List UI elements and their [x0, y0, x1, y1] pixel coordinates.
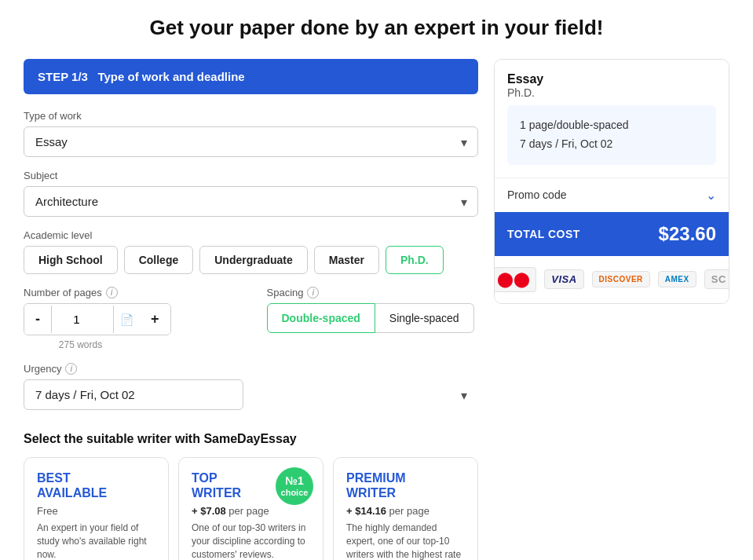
academic-level-buttons: High School College Undergraduate Master…	[24, 246, 478, 274]
spacing-group: Spacing i Double-spaced Single-spaced	[267, 287, 479, 333]
spacing-buttons: Double-spaced Single-spaced	[267, 303, 479, 333]
mastercard-icon: ⬤⬤	[494, 267, 536, 292]
type-of-work-select[interactable]: Essay Research Paper Coursework Disserta…	[24, 126, 478, 157]
promo-chevron-icon: ⌄	[706, 188, 716, 203]
pages-control: - 📄 +	[24, 303, 171, 335]
academic-btn-high-school[interactable]: High School	[24, 246, 118, 274]
total-cost-value: $23.60	[659, 223, 716, 245]
pages-decrement-button[interactable]: -	[24, 304, 51, 335]
no1-text: №1	[285, 474, 303, 488]
pages-doc-icon: 📄	[114, 309, 140, 331]
urgency-label: Urgency	[24, 363, 61, 375]
type-of-work-label: Type of work	[24, 110, 478, 122]
urgency-select[interactable]: 7 days / Fri, Oct 02 5 days 3 days 48 ho…	[24, 379, 243, 410]
academic-btn-undergraduate[interactable]: Undergraduate	[199, 246, 308, 274]
step-header: STEP 1/3 Type of work and deadline	[24, 59, 478, 94]
total-cost-label: TOTAL COST	[507, 228, 580, 240]
type-of-work-group: Type of work Essay Research Paper Course…	[24, 110, 478, 157]
no1-badge: №1 choice	[276, 467, 313, 505]
right-panel: Essay Ph.D. 1 page/double-spaced 7 days …	[494, 59, 729, 304]
best-available-desc: An expert in your field of study who's a…	[37, 522, 155, 560]
subject-label: Subject	[24, 170, 478, 181]
academic-btn-college[interactable]: College	[124, 246, 194, 274]
summary-details: 1 page/double-spaced 7 days / Fri, Oct 0…	[507, 105, 716, 165]
summary-pages: 1 page/double-spaced	[520, 116, 704, 135]
premium-writer-title: PREMIUMWRITER	[346, 470, 465, 500]
spacing-btn-single[interactable]: Single-spaced	[375, 303, 474, 333]
writer-cards: BESTAVAILABLE Free An expert in your fie…	[24, 457, 478, 560]
discover-icon: DISCOVER	[592, 271, 650, 287]
summary-card: Essay Ph.D. 1 page/double-spaced 7 days …	[494, 59, 729, 304]
pages-label-row: Number of pages i	[24, 287, 236, 298]
urgency-group: Urgency i 7 days / Fri, Oct 02 5 days 3 …	[24, 363, 478, 410]
writer-card-premium-writer[interactable]: PREMIUMWRITER + $14.16 per page The high…	[333, 457, 478, 560]
top-writer-price: + $7.08 per page	[192, 505, 310, 517]
best-available-price: Free	[37, 505, 155, 517]
academic-level-label: Academic level	[24, 229, 478, 241]
top-writer-desc: One of our top-30 writers in your discip…	[192, 522, 310, 560]
urgency-info-icon: i	[65, 363, 77, 375]
pages-spacing-row: Number of pages i - 📄 + 275 words Spacin…	[24, 287, 478, 350]
academic-level-group: Academic level High School College Under…	[24, 229, 478, 274]
step-description: Type of work and deadline	[97, 70, 244, 83]
academic-btn-master[interactable]: Master	[314, 246, 379, 274]
payment-icons-row: ⬤⬤ VISA DISCOVER AMEX SC	[495, 256, 729, 303]
promo-row[interactable]: Promo code ⌄	[495, 178, 729, 212]
spacing-label-row: Spacing i	[267, 287, 479, 298]
total-cost-bar: TOTAL COST $23.60	[495, 212, 729, 256]
visa-icon: VISA	[544, 269, 583, 289]
summary-type: Essay	[507, 72, 716, 86]
promo-label: Promo code	[507, 188, 566, 201]
urgency-label-row: Urgency i	[24, 363, 478, 375]
subject-group: Subject Architecture Biology Business Ch…	[24, 170, 478, 217]
page-title: Get your paper done by an expert in your…	[24, 16, 729, 40]
summary-header: Essay Ph.D. 1 page/double-spaced 7 days …	[495, 60, 729, 178]
subject-select[interactable]: Architecture Biology Business Chemistry …	[24, 186, 478, 217]
words-label: 275 words	[24, 339, 137, 350]
amex-icon: AMEX	[658, 271, 696, 287]
pages-info-icon: i	[106, 287, 118, 298]
subject-wrapper: Architecture Biology Business Chemistry …	[24, 186, 478, 217]
pages-increment-button[interactable]: +	[140, 304, 170, 335]
summary-level: Ph.D.	[507, 86, 716, 99]
spacing-info-icon: i	[307, 287, 319, 298]
premium-writer-desc: The highly demanded expert, one of our t…	[346, 522, 465, 560]
left-panel: STEP 1/3 Type of work and deadline Type …	[24, 59, 478, 560]
type-of-work-wrapper: Essay Research Paper Coursework Disserta…	[24, 126, 478, 157]
pages-label: Number of pages	[24, 287, 102, 298]
academic-btn-phd[interactable]: Ph.D.	[386, 246, 444, 274]
pages-input[interactable]	[51, 306, 114, 333]
spacing-label: Spacing	[267, 287, 304, 298]
pages-group: Number of pages i - 📄 + 275 words	[24, 287, 236, 350]
urgency-wrapper: 7 days / Fri, Oct 02 5 days 3 days 48 ho…	[24, 379, 478, 410]
sc-icon: SC	[704, 269, 729, 289]
no1-choice: choice	[281, 488, 309, 498]
writer-card-top-writer[interactable]: TOPWRITER + $7.08 per page One of our to…	[178, 457, 323, 560]
step-number: STEP 1/3	[38, 70, 88, 83]
premium-writer-price: + $14.16 per page	[346, 505, 465, 517]
spacing-btn-double[interactable]: Double-spaced	[267, 303, 375, 333]
writer-section-title: Select the suitable writer with SameDayE…	[24, 432, 478, 446]
summary-deadline: 7 days / Fri, Oct 02	[520, 135, 704, 154]
writer-card-best-available[interactable]: BESTAVAILABLE Free An expert in your fie…	[24, 457, 169, 560]
best-available-title: BESTAVAILABLE	[37, 470, 155, 500]
